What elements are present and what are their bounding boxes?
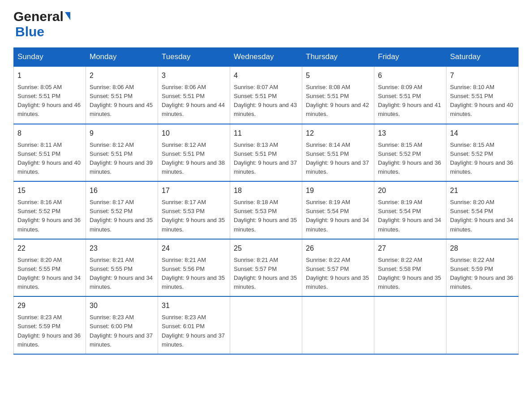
header-row: SundayMondayTuesdayWednesdayThursdayFrid… <box>14 48 519 67</box>
week-row-2: 8 Sunrise: 8:11 AM Sunset: 5:51 PM Dayli… <box>14 124 519 182</box>
day-number: 3 <box>162 70 226 81</box>
day-cell: 19 Sunrise: 8:19 AM Sunset: 5:54 PM Dayl… <box>302 181 374 239</box>
day-cell <box>446 296 519 354</box>
day-info: Sunrise: 8:06 AM Sunset: 5:51 PM Dayligh… <box>90 83 154 119</box>
day-cell: 21 Sunrise: 8:20 AM Sunset: 5:54 PM Dayl… <box>446 181 519 239</box>
day-info: Sunrise: 8:09 AM Sunset: 5:51 PM Dayligh… <box>378 83 442 119</box>
day-number: 16 <box>90 185 154 196</box>
header-thursday: Thursday <box>302 48 374 67</box>
day-cell: 18 Sunrise: 8:18 AM Sunset: 5:53 PM Dayl… <box>230 181 302 239</box>
day-info: Sunrise: 8:20 AM Sunset: 5:55 PM Dayligh… <box>17 256 82 292</box>
day-number: 26 <box>306 243 370 254</box>
logo-general: General <box>13 9 70 24</box>
day-cell: 17 Sunrise: 8:17 AM Sunset: 5:53 PM Dayl… <box>158 181 230 239</box>
day-cell: 25 Sunrise: 8:21 AM Sunset: 5:57 PM Dayl… <box>230 239 302 297</box>
day-number: 22 <box>17 243 82 254</box>
day-number: 29 <box>17 300 82 311</box>
day-info: Sunrise: 8:23 AM Sunset: 6:01 PM Dayligh… <box>162 313 226 349</box>
day-cell: 20 Sunrise: 8:19 AM Sunset: 5:54 PM Dayl… <box>374 181 446 239</box>
day-cell: 24 Sunrise: 8:21 AM Sunset: 5:56 PM Dayl… <box>158 239 230 297</box>
week-row-1: 1 Sunrise: 8:05 AM Sunset: 5:51 PM Dayli… <box>14 66 519 124</box>
day-info: Sunrise: 8:06 AM Sunset: 5:51 PM Dayligh… <box>162 83 226 119</box>
day-info: Sunrise: 8:19 AM Sunset: 5:54 PM Dayligh… <box>306 198 370 234</box>
day-cell: 15 Sunrise: 8:16 AM Sunset: 5:52 PM Dayl… <box>14 181 86 239</box>
day-number: 27 <box>378 243 442 254</box>
day-cell: 12 Sunrise: 8:14 AM Sunset: 5:51 PM Dayl… <box>302 124 374 182</box>
day-number: 15 <box>17 185 82 196</box>
day-number: 19 <box>306 185 370 196</box>
day-number: 8 <box>17 128 82 139</box>
day-info: Sunrise: 8:18 AM Sunset: 5:53 PM Dayligh… <box>234 198 298 234</box>
day-cell: 26 Sunrise: 8:22 AM Sunset: 5:57 PM Dayl… <box>302 239 374 297</box>
day-info: Sunrise: 8:15 AM Sunset: 5:52 PM Dayligh… <box>450 141 515 177</box>
day-info: Sunrise: 8:20 AM Sunset: 5:54 PM Dayligh… <box>450 198 515 234</box>
day-number: 12 <box>306 128 370 139</box>
day-number: 25 <box>234 243 298 254</box>
day-info: Sunrise: 8:12 AM Sunset: 5:51 PM Dayligh… <box>90 141 154 177</box>
day-info: Sunrise: 8:23 AM Sunset: 6:00 PM Dayligh… <box>90 313 154 349</box>
day-cell: 6 Sunrise: 8:09 AM Sunset: 5:51 PM Dayli… <box>374 66 446 124</box>
day-number: 9 <box>90 128 154 139</box>
day-info: Sunrise: 8:23 AM Sunset: 5:59 PM Dayligh… <box>17 313 82 349</box>
day-cell: 3 Sunrise: 8:06 AM Sunset: 5:51 PM Dayli… <box>158 66 230 124</box>
day-info: Sunrise: 8:15 AM Sunset: 5:52 PM Dayligh… <box>378 141 442 177</box>
day-cell: 10 Sunrise: 8:12 AM Sunset: 5:51 PM Dayl… <box>158 124 230 182</box>
day-number: 31 <box>162 300 226 311</box>
day-info: Sunrise: 8:14 AM Sunset: 5:51 PM Dayligh… <box>306 141 370 177</box>
day-cell: 11 Sunrise: 8:13 AM Sunset: 5:51 PM Dayl… <box>230 124 302 182</box>
day-cell: 2 Sunrise: 8:06 AM Sunset: 5:51 PM Dayli… <box>86 66 158 124</box>
day-cell: 23 Sunrise: 8:21 AM Sunset: 5:55 PM Dayl… <box>86 239 158 297</box>
header-monday: Monday <box>86 48 158 67</box>
day-number: 11 <box>234 128 298 139</box>
header-friday: Friday <box>374 48 446 67</box>
day-number: 5 <box>306 70 370 81</box>
header-wednesday: Wednesday <box>230 48 302 67</box>
day-number: 1 <box>17 70 82 81</box>
day-info: Sunrise: 8:17 AM Sunset: 5:52 PM Dayligh… <box>90 198 154 234</box>
day-cell: 31 Sunrise: 8:23 AM Sunset: 6:01 PM Dayl… <box>158 296 230 354</box>
day-cell: 8 Sunrise: 8:11 AM Sunset: 5:51 PM Dayli… <box>14 124 86 182</box>
day-cell: 7 Sunrise: 8:10 AM Sunset: 5:51 PM Dayli… <box>446 66 519 124</box>
day-cell: 9 Sunrise: 8:12 AM Sunset: 5:51 PM Dayli… <box>86 124 158 182</box>
day-cell <box>302 296 374 354</box>
day-number: 6 <box>378 70 442 81</box>
day-cell: 27 Sunrise: 8:22 AM Sunset: 5:58 PM Dayl… <box>374 239 446 297</box>
header-sunday: Sunday <box>14 48 86 67</box>
day-number: 2 <box>90 70 154 81</box>
day-info: Sunrise: 8:19 AM Sunset: 5:54 PM Dayligh… <box>378 198 442 234</box>
header-saturday: Saturday <box>446 48 519 67</box>
day-info: Sunrise: 8:16 AM Sunset: 5:52 PM Dayligh… <box>17 198 82 234</box>
day-cell: 30 Sunrise: 8:23 AM Sunset: 6:00 PM Dayl… <box>86 296 158 354</box>
day-cell: 1 Sunrise: 8:05 AM Sunset: 5:51 PM Dayli… <box>14 66 86 124</box>
logo: General Blue <box>13 9 70 39</box>
day-number: 18 <box>234 185 298 196</box>
day-cell: 16 Sunrise: 8:17 AM Sunset: 5:52 PM Dayl… <box>86 181 158 239</box>
day-number: 20 <box>378 185 442 196</box>
day-info: Sunrise: 8:21 AM Sunset: 5:56 PM Dayligh… <box>162 256 226 292</box>
day-number: 13 <box>378 128 442 139</box>
day-number: 30 <box>90 300 154 311</box>
logo-text: General <box>13 9 70 24</box>
week-row-5: 29 Sunrise: 8:23 AM Sunset: 5:59 PM Dayl… <box>14 296 519 354</box>
day-cell: 28 Sunrise: 8:22 AM Sunset: 5:59 PM Dayl… <box>446 239 519 297</box>
day-cell: 14 Sunrise: 8:15 AM Sunset: 5:52 PM Dayl… <box>446 124 519 182</box>
day-info: Sunrise: 8:07 AM Sunset: 5:51 PM Dayligh… <box>234 83 298 119</box>
day-number: 14 <box>450 128 515 139</box>
day-cell: 5 Sunrise: 8:08 AM Sunset: 5:51 PM Dayli… <box>302 66 374 124</box>
day-number: 21 <box>450 185 515 196</box>
day-info: Sunrise: 8:22 AM Sunset: 5:59 PM Dayligh… <box>450 256 515 292</box>
header-tuesday: Tuesday <box>158 48 230 67</box>
day-info: Sunrise: 8:13 AM Sunset: 5:51 PM Dayligh… <box>234 141 298 177</box>
day-cell: 29 Sunrise: 8:23 AM Sunset: 5:59 PM Dayl… <box>14 296 86 354</box>
day-info: Sunrise: 8:21 AM Sunset: 5:57 PM Dayligh… <box>234 256 298 292</box>
calendar-table: SundayMondayTuesdayWednesdayThursdayFrid… <box>13 47 519 355</box>
page-header: General Blue <box>13 9 519 39</box>
day-info: Sunrise: 8:17 AM Sunset: 5:53 PM Dayligh… <box>162 198 226 234</box>
day-number: 7 <box>450 70 515 81</box>
day-number: 10 <box>162 128 226 139</box>
week-row-3: 15 Sunrise: 8:16 AM Sunset: 5:52 PM Dayl… <box>14 181 519 239</box>
day-number: 28 <box>450 243 515 254</box>
day-info: Sunrise: 8:22 AM Sunset: 5:58 PM Dayligh… <box>378 256 442 292</box>
day-cell: 22 Sunrise: 8:20 AM Sunset: 5:55 PM Dayl… <box>14 239 86 297</box>
day-cell <box>230 296 302 354</box>
